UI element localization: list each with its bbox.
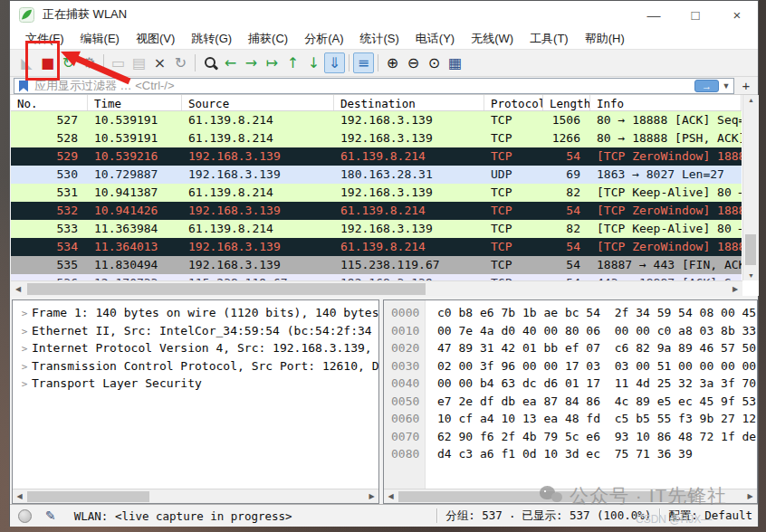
auto-scroll-button[interactable]: ⇓ xyxy=(324,52,345,73)
column-header-protocol[interactable]: Protocol xyxy=(484,95,543,110)
detail-line-1[interactable]: >Ethernet II, Src: IntelCor_34:59:54 (bc… xyxy=(13,322,378,340)
zoom-out-button[interactable]: ⊖ xyxy=(403,52,424,73)
go-back-button[interactable]: ← xyxy=(220,52,241,73)
packet-list-hscrollbar[interactable]: ◀ ▶ xyxy=(11,280,742,296)
capture-file-properties-icon[interactable] xyxy=(18,509,32,523)
column-header-destination[interactable]: Destination xyxy=(334,95,484,110)
bytes-hscrollbar[interactable]: ◀ ▶ xyxy=(384,489,757,503)
scroll-up-arrow-icon[interactable]: ▲ xyxy=(743,97,759,103)
hex-row-0070[interactable]: 007062 90 f6 2f 4b 79 5c e6 93 10 86 48 … xyxy=(384,428,757,446)
maximize-button[interactable]: □ xyxy=(675,1,716,28)
scroll-left-arrow-icon[interactable]: ◀ xyxy=(13,489,26,503)
hex-row-0010[interactable]: 001000 7e 4a d0 40 00 80 06 00 00 c0 a8 … xyxy=(384,322,757,340)
zoom-reset-button[interactable]: ⊙ xyxy=(424,52,445,73)
column-header-source[interactable]: Source xyxy=(182,95,334,110)
column-header-no[interactable]: No. xyxy=(11,95,88,110)
menu-tools[interactable]: 工具(T) xyxy=(522,29,577,49)
hex-row-0060[interactable]: 006010 cf a4 10 13 ea 48 fd c5 b5 55 f3 … xyxy=(384,410,757,428)
colorize-button[interactable]: ≡ xyxy=(353,52,374,73)
packet-row-532[interactable]: 53210.941426192.168.3.13961.139.8.214TCP… xyxy=(11,202,742,220)
filter-apply-button[interactable]: → xyxy=(694,80,719,92)
scroll-right-arrow-icon[interactable]: ▶ xyxy=(365,489,378,503)
detail-line-3[interactable]: >Transmission Control Protocol, Src Port… xyxy=(13,357,378,375)
packet-row-528[interactable]: 52810.53919161.139.8.214192.168.3.139TCP… xyxy=(11,129,742,147)
details-hscrollbar[interactable]: ◀ ▶ xyxy=(13,489,378,503)
close-button[interactable]: × xyxy=(716,1,758,28)
expander-icon[interactable]: > xyxy=(17,305,32,322)
hex-row-0030[interactable]: 003002 00 3f 96 00 00 17 03 03 00 51 00 … xyxy=(384,357,757,375)
find-packet-button[interactable] xyxy=(199,52,220,73)
bytes-hscrollbar-thumb[interactable] xyxy=(398,491,697,502)
hscrollbar-thumb[interactable] xyxy=(27,283,426,295)
capture-stop-button[interactable]: ■ xyxy=(37,52,58,73)
menu-help[interactable]: 帮助(H) xyxy=(577,29,633,49)
packet-row-536[interactable]: 53612.170733115.238.119.67192.168.3.139T… xyxy=(11,274,742,280)
hex-row-0020[interactable]: 002047 89 31 42 01 bb ef 07 c6 82 9a 89 … xyxy=(384,339,757,357)
filter-bookmark-icon[interactable] xyxy=(19,81,28,92)
menu-telephony[interactable]: 电话(Y) xyxy=(407,29,463,49)
menu-capture[interactable]: 捕获(C) xyxy=(240,29,296,49)
go-to-packet-button[interactable]: ↦ xyxy=(262,52,282,73)
scroll-right-arrow-icon[interactable]: ▶ xyxy=(728,282,742,296)
menu-view[interactable]: 视图(V) xyxy=(128,29,183,49)
hex-row-0050[interactable]: 0050e7 2e df db ea 87 84 86 4c 89 e5 ec … xyxy=(384,393,757,411)
expander-icon[interactable]: > xyxy=(17,358,32,375)
menu-edit[interactable]: 编辑(E) xyxy=(72,29,128,49)
hex-bytes[interactable]: c0 b8 e6 7b 1b ae bc 54 2f 34 59 54 08 0… xyxy=(426,304,756,322)
hex-bytes[interactable]: d4 c3 a6 f1 0d 10 3d ec 75 71 36 39 xyxy=(426,445,693,463)
filter-dropdown-caret[interactable]: ▼ xyxy=(719,81,733,90)
profile-name[interactable]: 配置: Default xyxy=(668,508,752,524)
hex-bytes[interactable]: 47 89 31 42 01 bb ef 07 c6 82 9a 89 46 5… xyxy=(426,339,756,357)
packet-row-535[interactable]: 53511.830494192.168.3.139115.238.119.67T… xyxy=(11,256,742,274)
menu-analyze[interactable]: 分析(A) xyxy=(296,29,351,49)
hex-bytes[interactable]: 02 00 3f 96 00 00 17 03 03 00 51 00 00 0… xyxy=(426,357,756,375)
vscrollbar-thumb[interactable] xyxy=(745,234,756,265)
menu-statistics[interactable]: 统计(S) xyxy=(351,29,407,49)
go-first-button[interactable]: ↑ xyxy=(282,52,303,73)
detail-line-2[interactable]: >Internet Protocol Version 4, Src: 192.1… xyxy=(13,339,378,357)
packet-row-527[interactable]: 52710.53919161.139.8.214192.168.3.139TCP… xyxy=(11,111,742,129)
hex-row-0000[interactable]: 0000c0 b8 e6 7b 1b ae bc 54 2f 34 59 54 … xyxy=(384,304,757,322)
expander-icon[interactable]: > xyxy=(17,375,32,393)
go-forward-button[interactable]: → xyxy=(241,52,262,73)
resize-columns-button[interactable]: ▦ xyxy=(445,52,465,73)
scroll-right-arrow-icon[interactable]: ▶ xyxy=(743,489,757,503)
reload-file-button[interactable]: ↻ xyxy=(170,52,191,73)
menu-file[interactable]: 文件(F) xyxy=(17,29,72,49)
scroll-down-arrow-icon[interactable]: ▼ xyxy=(743,272,759,279)
capture-options-button[interactable]: ⚙ xyxy=(79,52,100,73)
packet-row-530[interactable]: 53010.729887192.168.3.139180.163.28.31UD… xyxy=(11,166,742,184)
close-file-button[interactable]: × xyxy=(149,52,170,73)
column-header-time[interactable]: Time xyxy=(88,95,182,110)
display-filter-input[interactable]: 应用显示过滤器 … <Ctrl-/> → ▼ xyxy=(14,78,734,94)
hex-bytes[interactable]: e7 2e df db ea 87 84 86 4c 89 e5 ec 45 9… xyxy=(426,393,756,411)
detail-line-0[interactable]: >Frame 1: 140 bytes on wire (1120 bits),… xyxy=(13,304,378,322)
detail-line-4[interactable]: >Transport Layer Security xyxy=(13,375,378,393)
go-last-button[interactable]: ↓ xyxy=(303,52,324,73)
packet-row-531[interactable]: 53110.94138761.139.8.214192.168.3.139TCP… xyxy=(11,184,742,202)
hex-bytes[interactable]: 62 90 f6 2f 4b 79 5c e6 93 10 86 48 72 1… xyxy=(426,428,756,446)
hex-bytes[interactable]: 00 00 b4 63 dc d6 01 17 11 4d 25 32 3a 3… xyxy=(426,375,756,393)
hex-bytes[interactable]: 00 7e 4a d0 40 00 80 06 00 00 c0 a8 03 8… xyxy=(426,322,756,340)
capture-restart-button[interactable]: ↻ xyxy=(58,52,79,73)
packet-row-529[interactable]: 52910.539216192.168.3.13961.139.8.214TCP… xyxy=(11,147,742,166)
expander-icon[interactable]: > xyxy=(17,340,32,357)
scroll-left-arrow-icon[interactable]: ◀ xyxy=(11,282,25,296)
details-hscrollbar-thumb[interactable] xyxy=(27,491,149,502)
expander-icon[interactable]: > xyxy=(17,323,32,340)
packet-row-533[interactable]: 53311.36398461.139.8.214192.168.3.139TCP… xyxy=(11,220,742,238)
hex-row-0080[interactable]: 0080d4 c3 a6 f1 0d 10 3d ec 75 71 36 39 xyxy=(384,445,757,463)
column-header-info[interactable]: Info xyxy=(590,95,742,110)
menu-wireless[interactable]: 无线(W) xyxy=(463,29,522,49)
hex-row-0040[interactable]: 004000 00 b4 63 dc d6 01 17 11 4d 25 32 … xyxy=(384,375,757,393)
column-header-length[interactable]: Length xyxy=(543,95,590,110)
scroll-left-arrow-icon[interactable]: ◀ xyxy=(384,489,397,503)
zoom-in-button[interactable]: ⊕ xyxy=(382,52,403,73)
filter-add-button[interactable]: + xyxy=(738,78,754,94)
capture-comment-icon[interactable]: ✎ xyxy=(45,508,56,523)
packet-row-534[interactable]: 53411.364013192.168.3.13961.139.8.214TCP… xyxy=(11,238,742,256)
packet-list-vscrollbar[interactable]: ▲ ▼ xyxy=(742,95,759,280)
hex-bytes[interactable]: 10 cf a4 10 13 ea 48 fd c5 b5 55 f3 9b 2… xyxy=(426,410,756,428)
menu-go[interactable]: 跳转(G) xyxy=(183,29,240,49)
minimize-button[interactable]: — xyxy=(633,1,675,28)
